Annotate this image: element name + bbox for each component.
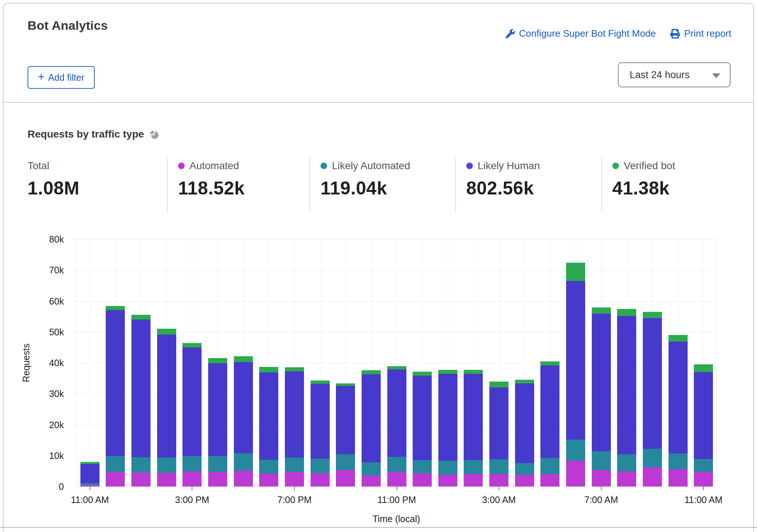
bar-9-00-pm-10[interactable] [336, 383, 355, 487]
segment-likely-automated [208, 456, 227, 472]
segment-likely-human [362, 374, 381, 462]
page-title: Bot Analytics [28, 18, 108, 33]
segment-likely-human [464, 374, 483, 460]
segment-automated [362, 475, 381, 487]
segment-automated [669, 469, 688, 487]
stat-verified-bot: Verified bot 41.38k [601, 157, 733, 212]
x-tick-label: 11:00 AM [684, 495, 722, 505]
segment-likely-automated [694, 459, 713, 472]
y-tick-label: 80k [35, 234, 64, 245]
bar-10-00-pm-11[interactable] [362, 370, 381, 487]
bar-6-00-pm-7[interactable] [259, 367, 278, 487]
bar-8-00-am-21[interactable] [617, 309, 636, 487]
x-tick [499, 487, 499, 490]
segment-likely-human [182, 347, 202, 456]
bar-12-00-am-13[interactable] [413, 372, 432, 487]
bar-5-00-pm-6[interactable] [234, 356, 253, 487]
segment-likely-human [311, 384, 330, 459]
h-gridline [71, 487, 716, 487]
segment-automated [208, 472, 227, 487]
segment-likely-automated [387, 457, 406, 471]
x-tick-label: 11:00 PM [377, 495, 416, 505]
segment-automated [540, 474, 559, 487]
bar-2-00-pm-3[interactable] [157, 329, 176, 487]
x-tick [703, 487, 704, 490]
x-tick [294, 487, 295, 490]
stat-value: 119.04k [320, 178, 455, 199]
bar-12-00-pm-1[interactable] [106, 306, 125, 487]
segment-likely-human [566, 281, 585, 440]
segment-likely-automated [540, 458, 559, 474]
time-range-value: Last 24 hours [630, 69, 690, 81]
bar-11-00-am-24[interactable] [694, 364, 713, 487]
bar-6-00-am-19[interactable] [566, 263, 585, 487]
bar-11-00-am-0[interactable] [80, 462, 99, 487]
stat-value: 1.08M [28, 178, 167, 199]
segment-automated [106, 472, 125, 487]
segment-likely-human [413, 376, 432, 460]
print-link-label: Print report [684, 28, 731, 39]
bar-9-00-am-22[interactable] [643, 312, 662, 487]
segment-automated [464, 474, 483, 487]
bar-2-00-am-15[interactable] [464, 370, 483, 487]
segment-verified-bot [489, 382, 508, 388]
segment-verified-bot [617, 309, 636, 316]
bar-5-00-am-18[interactable] [540, 361, 559, 487]
segment-verified-bot [106, 306, 125, 310]
segment-likely-automated [259, 460, 278, 474]
segment-verified-bot [515, 380, 534, 383]
bar-3-00-am-16[interactable] [489, 382, 508, 487]
x-tick [601, 487, 602, 490]
x-tick [396, 487, 397, 490]
segment-likely-automated [566, 440, 585, 461]
y-tick-label: 0 [35, 481, 64, 492]
segment-automated [438, 475, 457, 487]
segment-verified-bot [413, 372, 432, 376]
segment-likely-automated [106, 456, 125, 471]
x-tick [90, 487, 90, 490]
segment-likely-human [80, 464, 99, 483]
bar-4-00-am-17[interactable] [515, 380, 534, 487]
segment-verified-bot [362, 370, 381, 374]
stat-label: Likely Automated [332, 160, 410, 172]
y-tick-label: 20k [35, 419, 64, 430]
segment-verified-bot [131, 315, 151, 320]
y-tick-label: 30k [35, 388, 64, 399]
bar-8-00-pm-9[interactable] [311, 380, 330, 487]
bar-11-00-pm-12[interactable] [387, 366, 406, 487]
stat-label: Total [28, 160, 49, 172]
segment-likely-human [694, 372, 713, 459]
segment-likely-automated [438, 461, 457, 475]
segment-likely-human [259, 372, 278, 460]
segment-automated [234, 471, 253, 487]
x-tick-label: 3:00 AM [482, 495, 516, 505]
y-tick-label: 50k [35, 327, 64, 338]
print-report-link[interactable]: Print report [670, 28, 731, 39]
segment-likely-automated [617, 454, 636, 471]
configure-link-label: Configure Super Bot Fight Mode [519, 28, 656, 39]
bot-analytics-page: Bot Analytics Configure Super Bot Fight … [0, 0, 757, 532]
bar-7-00-am-20[interactable] [592, 307, 611, 487]
segment-verified-bot [669, 335, 688, 342]
bar-7-00-pm-8[interactable] [285, 367, 304, 487]
y-tick-label: 60k [35, 296, 64, 307]
chevron-down-icon [712, 73, 720, 78]
bar-1-00-am-14[interactable] [438, 370, 457, 487]
bar-3-00-pm-4[interactable] [182, 343, 202, 487]
add-filter-button[interactable]: + Add filter [28, 66, 95, 89]
bar-1-00-pm-2[interactable] [131, 315, 151, 487]
configure-super-bot-fight-mode-link[interactable]: Configure Super Bot Fight Mode [506, 28, 656, 39]
section-bottom-divider [0, 527, 757, 528]
time-range-select[interactable]: Last 24 hours [618, 62, 731, 87]
segment-automated [336, 470, 355, 487]
bar-4-00-pm-5[interactable] [208, 358, 227, 487]
segment-automated [643, 467, 662, 487]
segment-likely-human [669, 342, 688, 453]
automated-dot [178, 163, 185, 169]
section-title: Requests by traffic type [28, 128, 144, 140]
y-axis-title: Requests [21, 337, 32, 389]
segment-likely-automated [285, 458, 304, 472]
printer-icon [670, 29, 680, 39]
x-tick [192, 487, 192, 490]
bar-10-00-am-23[interactable] [669, 335, 688, 487]
